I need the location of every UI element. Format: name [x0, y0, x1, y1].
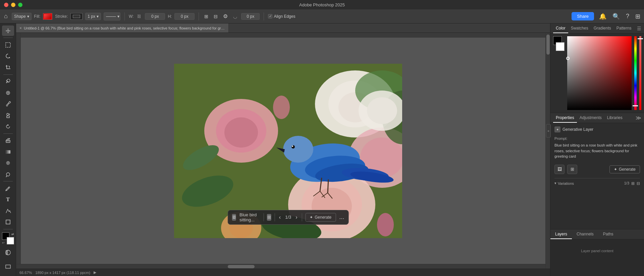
variations-grid-button[interactable]: ⊞	[631, 181, 635, 186]
generate-button[interactable]: ✦ Generate	[305, 213, 336, 222]
prop-content: ✦ Generative Layer Prompt: Blue bird sit…	[550, 123, 644, 229]
opacity-slider-track[interactable]	[639, 36, 642, 110]
clone-tool-button[interactable]	[2, 110, 14, 120]
status-info-button[interactable]: ▶	[94, 270, 96, 275]
prop-grid-icon-button[interactable]: ⊞	[567, 165, 577, 174]
document-tab[interactable]: × Untitled-1 @ 66.7% (Blue bird sitting …	[16, 23, 229, 33]
canvas-vscroll-thumb[interactable]	[546, 35, 550, 55]
stroke-style-dropdown[interactable]: ─── ▾	[104, 12, 120, 20]
properties-panel-collapse-button[interactable]: ≫	[636, 115, 641, 121]
canvas-hscroll[interactable]	[16, 264, 545, 269]
prop-image-icon-button[interactable]: 🖼	[554, 165, 565, 174]
gen-bar-image-icon[interactable]: 🖼	[232, 214, 236, 221]
maximize-button[interactable]	[18, 3, 22, 7]
search-button[interactable]: 🔍	[611, 12, 621, 21]
workspace-button[interactable]: ⊞	[634, 12, 641, 21]
more-options-button[interactable]: ...	[339, 214, 344, 221]
background-swatch[interactable]	[556, 42, 565, 51]
tab-libraries[interactable]: Libraries	[604, 113, 625, 123]
brush-tool-button[interactable]	[2, 99, 14, 109]
home-button[interactable]: ⌂	[3, 11, 9, 21]
next-variation-button[interactable]: ›	[294, 213, 298, 221]
path-selection-button[interactable]	[2, 206, 14, 216]
shape-settings-button[interactable]: ⚙	[222, 12, 229, 21]
align-edges-label[interactable]: ✓ Align Edges	[268, 14, 295, 19]
color-swatches-widget[interactable]: ⇄ ↩	[2, 232, 14, 244]
tab-gradients[interactable]: Gradients	[591, 23, 614, 33]
hue-slider-track[interactable]	[634, 36, 637, 110]
hue-slider[interactable]	[634, 36, 637, 110]
crop-tool-button[interactable]	[2, 62, 14, 72]
align-edges-checkbox[interactable]: ✓	[268, 14, 272, 18]
opacity-slider[interactable]	[639, 36, 642, 110]
tab-swatches[interactable]: Swatches	[568, 23, 591, 33]
lasso-tool-button[interactable]	[2, 51, 14, 61]
move-tool-button[interactable]	[2, 25, 14, 36]
panel-collapse-button[interactable]: «	[546, 124, 551, 137]
shape-tool-button[interactable]	[2, 217, 14, 227]
svg-point-4	[7, 113, 9, 115]
stroke-width-dropdown[interactable]: 1 px ▾	[85, 13, 101, 20]
dodge-tool-button[interactable]	[2, 169, 14, 179]
color-panel	[550, 34, 644, 113]
tab-adjustments[interactable]: Adjustments	[577, 113, 604, 123]
shape-mode-dropdown[interactable]: Shape ▾	[12, 13, 32, 20]
svg-point-36	[377, 213, 394, 236]
quick-mask-button[interactable]	[2, 246, 14, 259]
fill-label: Fill:	[34, 14, 41, 19]
toolbar-separator-3	[264, 12, 264, 20]
type-tool-button[interactable]: T	[2, 195, 14, 205]
corner-radius-input[interactable]	[241, 13, 260, 20]
layers-content: Layer panel content	[550, 239, 644, 276]
tab-color[interactable]: Color	[553, 23, 568, 33]
prev-variation-button[interactable]: ‹	[278, 213, 282, 221]
tab-patterns[interactable]: Patterns	[614, 23, 634, 33]
top-toolbar: ⌂ Shape ▾ Fill: Stroke: 1 px ▾ ─── ▾ W: …	[0, 9, 644, 23]
status-dimensions: 1890 px x 1417 px (118.11 ppcm)	[35, 271, 90, 275]
canvas-wrapper[interactable]: 🖼 Blue bird sitting... ⊞ ‹ 1/3 › ✦ Gener…	[16, 33, 550, 269]
prop-generate-button[interactable]: ✦ Generate	[609, 165, 640, 173]
svg-point-22	[224, 117, 258, 148]
pen-tool-button[interactable]	[2, 183, 14, 194]
generative-bottom-bar: 🖼 Blue bird sitting... ⊞ ‹ 1/3 › ✦ Gener…	[228, 210, 349, 225]
properties-panel-tabs: Properties Adjustments Libraries ≫	[550, 113, 644, 123]
canvas-hscroll-thumb[interactable]	[228, 265, 255, 268]
align-left-button[interactable]: ⊟	[212, 12, 219, 20]
color-gradient-picker[interactable]	[567, 36, 632, 110]
share-button[interactable]: Share	[572, 12, 594, 20]
tab-properties[interactable]: Properties	[553, 113, 577, 123]
color-picker-area	[550, 34, 644, 113]
healing-tool-button[interactable]	[2, 88, 14, 98]
tool-separator-4	[3, 181, 13, 181]
stroke-color-swatch[interactable]	[70, 13, 83, 20]
width-input[interactable]	[145, 13, 165, 20]
fill-color-swatch[interactable]	[43, 13, 52, 20]
tab-channels[interactable]: Channels	[572, 229, 598, 239]
canvas-vscroll[interactable]	[545, 33, 550, 269]
height-input[interactable]	[174, 13, 195, 20]
gradient-tool-button[interactable]	[2, 147, 14, 157]
tab-layers[interactable]: Layers	[550, 229, 572, 239]
svg-rect-1	[6, 43, 10, 47]
blur-tool-button[interactable]	[2, 158, 14, 168]
ruler-top	[21, 33, 545, 38]
path-combine-button[interactable]: ⊞	[203, 12, 210, 20]
svg-point-11	[6, 173, 10, 176]
history-brush-button[interactable]	[2, 121, 14, 131]
document-tab-close[interactable]: ×	[19, 26, 22, 30]
marquee-tool-button[interactable]	[2, 40, 14, 50]
corner-radius-button[interactable]: ◡	[232, 12, 238, 20]
eyedropper-tool-button[interactable]	[2, 76, 14, 87]
gen-bar-grid-icon[interactable]: ⊞	[267, 214, 271, 221]
eraser-tool-button[interactable]	[2, 135, 14, 146]
svg-line-50	[328, 179, 328, 193]
close-button[interactable]	[4, 3, 8, 7]
notifications-button[interactable]: 🔔	[598, 12, 607, 21]
minimize-button[interactable]	[11, 3, 15, 7]
help-button[interactable]: ?	[625, 12, 630, 21]
gen-bar-text: Blue bird sitting...	[239, 212, 260, 222]
screen-mode-button[interactable]	[2, 261, 14, 273]
tab-paths[interactable]: Paths	[598, 229, 618, 239]
variations-list-button[interactable]: ⊟	[637, 181, 640, 186]
color-panel-menu-button[interactable]: ☰	[637, 26, 641, 31]
